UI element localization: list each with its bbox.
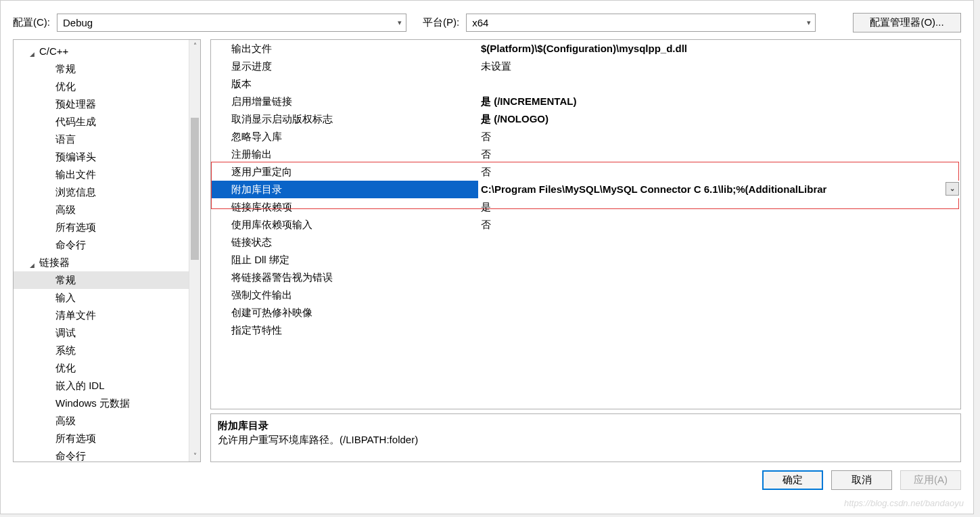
property-row[interactable]: 注册输出否: [211, 145, 960, 163]
property-row[interactable]: 忽略导入库否: [211, 128, 960, 145]
topbar: 配置(C): Debug ▾ 平台(P): x64 ▾ 配置管理器(O)...: [1, 1, 973, 39]
chevron-down-icon: ▾: [398, 18, 402, 27]
property-value[interactable]: [478, 321, 960, 339]
property-label: 逐用户重定向: [211, 163, 478, 181]
platform-label: 平台(P):: [423, 16, 459, 29]
property-row[interactable]: 链接库依赖项是: [211, 198, 960, 216]
config-label: 配置(C):: [13, 16, 50, 29]
tree-group[interactable]: C/C++: [14, 43, 189, 60]
description-text: 允许用户重写环境库路径。(/LIBPATH:folder): [218, 434, 954, 447]
dialog-footer: 确定 取消 应用(A): [1, 462, 973, 490]
property-value[interactable]: C:\Program Files\MySQL\MySQL Connector C…: [478, 181, 960, 198]
property-row[interactable]: 输出文件$(Platform)\$(Configuration)\mysqlpp…: [211, 40, 960, 58]
tree-item[interactable]: Windows 元数据: [14, 395, 189, 412]
chevron-down-icon: ▾: [807, 18, 811, 27]
ok-button[interactable]: 确定: [762, 470, 823, 490]
property-row[interactable]: 强制文件输出: [211, 286, 960, 304]
tree-item[interactable]: 高级: [14, 201, 189, 219]
property-label: 注册输出: [211, 145, 478, 163]
property-value[interactable]: [478, 233, 960, 251]
tree-item[interactable]: 嵌入的 IDL: [14, 377, 189, 395]
description-title: 附加库目录: [218, 420, 954, 432]
property-value[interactable]: [478, 304, 960, 321]
property-row[interactable]: 版本: [211, 75, 960, 93]
tree-item[interactable]: 输入: [14, 289, 189, 307]
property-label: 使用库依赖项输入: [211, 216, 478, 233]
property-label: 强制文件输出: [211, 286, 478, 304]
platform-combo-value: x64: [472, 17, 488, 28]
watermark: https://blog.csdn.net/bandaoyu: [844, 498, 964, 508]
property-row[interactable]: 阻止 Dll 绑定: [211, 251, 960, 269]
property-row[interactable]: 指定节特性: [211, 321, 960, 339]
property-value[interactable]: 未设置: [478, 58, 960, 75]
property-label: 链接库依赖项: [211, 198, 478, 216]
property-label: 启用增量链接: [211, 93, 478, 110]
apply-button[interactable]: 应用(A): [900, 470, 961, 490]
tree-item[interactable]: 代码生成: [14, 113, 189, 131]
property-row[interactable]: 启用增量链接是 (/INCREMENTAL): [211, 93, 960, 110]
property-value[interactable]: 否: [478, 163, 960, 181]
property-label: 输出文件: [211, 40, 478, 58]
property-value[interactable]: [478, 251, 960, 269]
config-combo[interactable]: Debug ▾: [57, 14, 406, 32]
tree-item[interactable]: 所有选项: [14, 430, 189, 447]
property-value[interactable]: 否: [478, 145, 960, 163]
platform-combo[interactable]: x64 ▾: [466, 14, 816, 32]
property-pages-dialog: 配置(C): Debug ▾ 平台(P): x64 ▾ 配置管理器(O)... …: [0, 0, 974, 514]
tree-item[interactable]: 浏览信息: [14, 183, 189, 201]
property-label: 版本: [211, 75, 478, 93]
tree-item[interactable]: 输出文件: [14, 166, 189, 183]
property-row[interactable]: 逐用户重定向否: [211, 163, 960, 181]
property-label: 指定节特性: [211, 321, 478, 339]
tree-item[interactable]: 所有选项: [14, 219, 189, 236]
property-row[interactable]: 取消显示启动版权标志是 (/NOLOGO): [211, 110, 960, 128]
property-value[interactable]: 是 (/NOLOGO): [478, 110, 960, 128]
property-row[interactable]: 链接状态: [211, 233, 960, 251]
tree-item[interactable]: 常规: [14, 271, 189, 289]
property-value[interactable]: 是 (/INCREMENTAL): [478, 93, 960, 110]
property-value[interactable]: $(Platform)\$(Configuration)\mysqlpp_d.d…: [478, 40, 960, 58]
tree-item[interactable]: 常规: [14, 60, 189, 78]
tree-item[interactable]: 高级: [14, 412, 189, 430]
property-value[interactable]: 否: [478, 128, 960, 145]
config-manager-button[interactable]: 配置管理器(O)...: [853, 13, 961, 32]
tree-group[interactable]: 链接器: [14, 254, 189, 271]
property-row[interactable]: 创建可热修补映像: [211, 304, 960, 321]
cancel-button[interactable]: 取消: [831, 470, 892, 490]
property-row[interactable]: 附加库目录C:\Program Files\MySQL\MySQL Connec…: [211, 181, 960, 198]
tree-item[interactable]: 语言: [14, 131, 189, 148]
property-row[interactable]: 将链接器警告视为错误: [211, 269, 960, 286]
tree-item[interactable]: 预编译头: [14, 148, 189, 166]
tree-item[interactable]: 命令行: [14, 447, 189, 462]
content-area: C/C++常规优化预处理器代码生成语言预编译头输出文件浏览信息高级所有选项命令行…: [1, 39, 973, 462]
category-tree: C/C++常规优化预处理器代码生成语言预编译头输出文件浏览信息高级所有选项命令行…: [13, 39, 201, 462]
config-combo-value: Debug: [63, 17, 93, 28]
tree-item[interactable]: 命令行: [14, 236, 189, 254]
right-pane: 输出文件$(Platform)\$(Configuration)\mysqlpp…: [210, 39, 961, 462]
tree-item[interactable]: 预处理器: [14, 95, 189, 113]
tree-item[interactable]: 优化: [14, 359, 189, 377]
tree-item[interactable]: 清单文件: [14, 307, 189, 324]
property-grid: 输出文件$(Platform)\$(Configuration)\mysqlpp…: [210, 39, 961, 409]
property-value[interactable]: 是: [478, 198, 960, 216]
scroll-up-icon[interactable]: ˄: [189, 40, 200, 51]
tree-item[interactable]: 调试: [14, 324, 189, 342]
property-label: 将链接器警告视为错误: [211, 269, 478, 286]
tree-item[interactable]: 优化: [14, 78, 189, 95]
property-row[interactable]: 使用库依赖项输入否: [211, 216, 960, 233]
tree-item[interactable]: 系统: [14, 342, 189, 359]
property-label: 显示进度: [211, 58, 478, 75]
property-label: 创建可热修补映像: [211, 304, 478, 321]
dropdown-icon[interactable]: ⌄: [946, 182, 959, 196]
scroll-down-icon[interactable]: ˅: [189, 450, 200, 462]
property-value[interactable]: [478, 75, 960, 93]
property-row[interactable]: 显示进度未设置: [211, 58, 960, 75]
property-value[interactable]: 否: [478, 216, 960, 233]
scroll-thumb[interactable]: [191, 118, 199, 260]
property-label: 忽略导入库: [211, 128, 478, 145]
property-label: 附加库目录: [211, 181, 478, 198]
tree-scrollbar[interactable]: ˄ ˅: [189, 40, 200, 462]
description-panel: 附加库目录 允许用户重写环境库路径。(/LIBPATH:folder): [210, 413, 961, 462]
property-value[interactable]: [478, 286, 960, 304]
property-value[interactable]: [478, 269, 960, 286]
